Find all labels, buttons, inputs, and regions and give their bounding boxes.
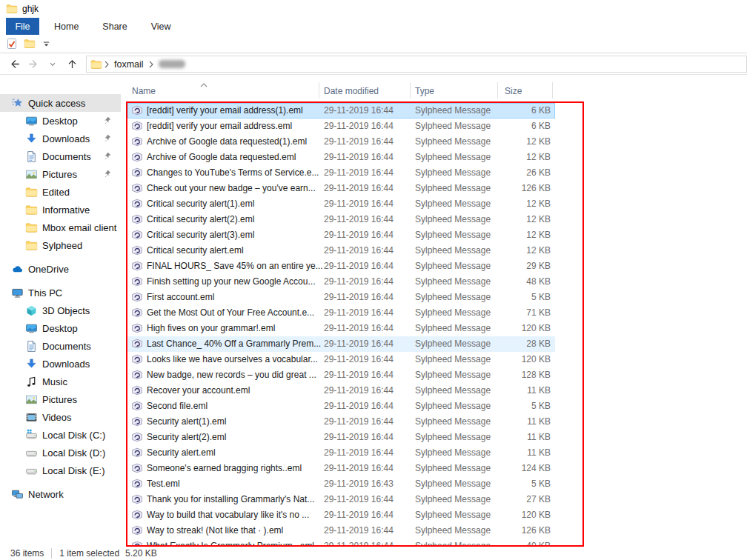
file-date-modified: 29-11-2019 16:44 xyxy=(324,354,413,364)
column-divider[interactable] xyxy=(319,82,319,99)
sidebar-item-videos[interactable]: Videos xyxy=(0,408,121,426)
table-row[interactable]: Archive of Google data requested(1).eml … xyxy=(127,134,555,150)
table-row[interactable]: Archive of Google data requested.eml 29-… xyxy=(127,150,555,165)
sidebar-item-documents[interactable]: Documents xyxy=(0,147,121,165)
table-row[interactable]: First account.eml 29-11-2019 16:44 Sylph… xyxy=(127,290,555,305)
file-size: 12 KB xyxy=(476,199,551,209)
file-date-modified: 29-11-2019 16:44 xyxy=(324,105,413,116)
sidebar-item-this-pc[interactable]: This PC xyxy=(0,284,121,301)
sidebar-item-music[interactable]: Music xyxy=(0,373,121,390)
table-row[interactable]: Way to streak! (Not like that · ).eml 29… xyxy=(127,523,555,539)
table-row[interactable]: What Exactly Is Grammarly Premium_.eml 2… xyxy=(127,539,555,546)
sidebar-item-sylpheed[interactable]: Sylpheed xyxy=(0,236,121,254)
new-folder-icon[interactable] xyxy=(24,38,36,50)
file-name: Someone's earned bragging rights..eml xyxy=(147,463,323,473)
tab-home[interactable]: Home xyxy=(45,18,87,35)
table-row[interactable]: [reddit] verify your email address.eml 2… xyxy=(127,119,555,134)
documents-icon xyxy=(25,150,38,163)
sidebar-item-pictures[interactable]: Pictures xyxy=(0,390,121,408)
properties-check-icon[interactable] xyxy=(6,38,18,50)
sylpheed-message-icon xyxy=(131,276,143,287)
sylpheed-message-icon xyxy=(131,338,143,350)
table-row[interactable]: Critical security alert(1).eml 29-11-201… xyxy=(127,196,555,212)
sidebar-item-network[interactable]: Network xyxy=(0,485,121,503)
status-bar: 36 items 1 item selected 5.20 KB xyxy=(0,547,747,560)
table-row[interactable]: Last Chance_ 40% Off a Grammarly Prem...… xyxy=(127,336,555,352)
table-row[interactable]: Security alert(2).eml 29-11-2019 16:44 S… xyxy=(127,430,555,445)
table-row[interactable]: Looks like we have ourselves a vocabular… xyxy=(127,352,555,367)
recent-locations-chevron-icon[interactable] xyxy=(43,56,62,73)
file-size: 11 KB xyxy=(476,432,551,442)
table-row[interactable]: Way to build that vocabulary like it's n… xyxy=(127,507,555,523)
sidebar-item-downloads[interactable]: Downloads xyxy=(0,130,121,147)
sidebar-item-pictures[interactable]: Pictures xyxy=(0,165,121,183)
sylpheed-message-icon xyxy=(131,291,143,303)
sidebar-item-quick-access[interactable]: Quick access xyxy=(0,94,121,112)
table-row[interactable]: FINAL HOURS_ Save 45% on an entire ye...… xyxy=(127,259,555,274)
table-row[interactable]: [reddit] verify your email address(1).em… xyxy=(127,103,555,119)
sidebar-item-informative[interactable]: Informative xyxy=(0,201,121,219)
file-size: 128 KB xyxy=(476,370,551,380)
tab-file[interactable]: File xyxy=(6,18,39,35)
file-size: 120 KB xyxy=(476,510,551,520)
sidebar-item-desktop[interactable]: Desktop xyxy=(0,319,121,337)
breadcrumb-redacted-segment[interactable] xyxy=(159,60,185,68)
tab-share[interactable]: Share xyxy=(93,18,136,35)
table-row[interactable]: Get the Most Out of Your Free Account.e.… xyxy=(127,305,555,321)
sidebar-item-downloads[interactable]: Downloads xyxy=(0,355,121,373)
sylpheed-message-icon xyxy=(131,244,143,256)
sidebar-item-local-disk-c[interactable]: Local Disk (C:) xyxy=(0,426,121,444)
sylpheed-message-icon xyxy=(131,151,143,163)
file-name: Recover your account.eml xyxy=(147,385,323,396)
file-explorer-window: ghjk File Home Share View foxmail Quick … xyxy=(0,0,747,560)
sidebar-item-mbox-email-client[interactable]: Mbox email client xyxy=(0,219,121,236)
column-header-type[interactable]: Type xyxy=(415,86,434,96)
table-row[interactable]: Second file.eml 29-11-2019 16:44 Sylphee… xyxy=(127,399,555,414)
table-row[interactable]: Changes to YouTube's Terms of Service.e.… xyxy=(127,165,555,181)
sidebar-item-desktop[interactable]: Desktop xyxy=(0,112,121,130)
sylpheed-message-icon xyxy=(131,509,143,521)
customize-qat-icon[interactable] xyxy=(42,39,51,49)
file-size: 126 KB xyxy=(476,183,551,193)
sidebar-item-3d-objects[interactable]: 3D Objects xyxy=(0,301,121,319)
tab-view[interactable]: View xyxy=(142,18,180,35)
address-box[interactable]: foxmail xyxy=(86,56,747,73)
desktop-icon xyxy=(25,115,38,127)
table-row[interactable]: Security alert.eml 29-11-2019 16:44 Sylp… xyxy=(127,445,555,461)
column-header-size[interactable]: Size xyxy=(505,86,522,96)
onedrive-icon xyxy=(11,263,24,276)
table-row[interactable]: Finish setting up your new Google Accou.… xyxy=(127,274,555,290)
sidebar-item-onedrive[interactable]: OneDrive xyxy=(0,260,121,278)
sidebar-item-local-disk-e[interactable]: Local Disk (E:) xyxy=(0,461,121,479)
table-row[interactable]: Critical security alert(3).eml 29-11-201… xyxy=(127,227,555,243)
column-divider[interactable] xyxy=(497,82,498,99)
file-date-modified: 29-11-2019 16:44 xyxy=(324,416,413,427)
table-row[interactable]: New badge, new records – you did great .… xyxy=(127,367,555,383)
column-header-date-modified[interactable]: Date modified xyxy=(324,86,379,96)
back-icon[interactable] xyxy=(4,56,24,73)
table-row[interactable]: Thank you for installing Grammarly's Nat… xyxy=(127,492,555,507)
table-row[interactable]: Recover your account.eml 29-11-2019 16:4… xyxy=(127,383,555,399)
sidebar-item-edited[interactable]: Edited xyxy=(0,183,121,201)
table-row[interactable]: Check out your new badge – you've earn..… xyxy=(127,181,555,196)
file-list-pane: Name Date modified Type Size [reddit] ve… xyxy=(121,76,747,547)
sylpheed-message-icon xyxy=(131,182,143,194)
file-date-modified: 29-11-2019 16:44 xyxy=(324,323,413,333)
file-date-modified: 29-11-2019 16:44 xyxy=(324,276,413,287)
column-divider[interactable] xyxy=(410,82,411,99)
sidebar-item-local-disk-d[interactable]: Local Disk (D:) xyxy=(0,444,121,461)
table-row[interactable]: Test.eml 29-11-2019 16:43 Sylpheed Messa… xyxy=(127,476,555,492)
column-divider[interactable] xyxy=(552,82,553,99)
column-header-name[interactable]: Name xyxy=(132,86,156,96)
file-name: Thank you for installing Grammarly's Nat… xyxy=(147,494,323,504)
folder-icon xyxy=(25,239,38,252)
up-icon[interactable] xyxy=(62,56,82,73)
table-row[interactable]: High fives on your grammar!.eml 29-11-20… xyxy=(127,321,555,336)
table-row[interactable]: Critical security alert(2).eml 29-11-201… xyxy=(127,212,555,227)
sidebar-item-documents[interactable]: Documents xyxy=(0,337,121,355)
sylpheed-message-icon xyxy=(131,384,143,396)
breadcrumb-foxmail[interactable]: foxmail xyxy=(111,59,147,70)
table-row[interactable]: Critical security alert.eml 29-11-2019 1… xyxy=(127,243,555,259)
table-row[interactable]: Someone's earned bragging rights..eml 29… xyxy=(127,461,555,476)
table-row[interactable]: Security alert(1).eml 29-11-2019 16:44 S… xyxy=(127,414,555,430)
